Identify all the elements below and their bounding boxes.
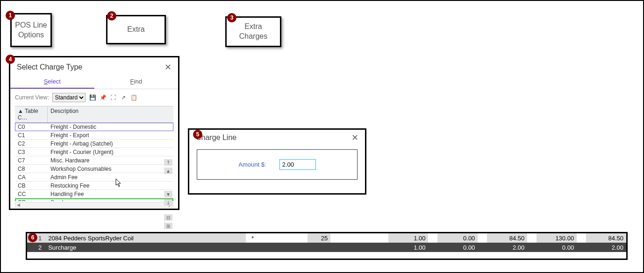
row-num1: 1.00 [388,243,429,252]
step-badge-4: 4 [6,55,15,64]
cell-code: C0 [15,123,48,131]
pin-icon[interactable]: 📌 [100,94,106,101]
scroll-bottom-icon[interactable]: ⤓ [164,199,172,206]
cell-description: Workshop Consumables [48,165,173,173]
tab-underlined-letter: S [44,78,48,85]
table-row[interactable]: 2 Surcharge 1.00 0.00 2.00 0.00 2.00 [27,243,626,252]
cell-code: C2 [15,140,48,147]
table-row[interactable]: CDSurcharge [15,198,173,201]
cell-description: Freight - Courier (Urgent) [48,148,173,156]
table-row[interactable]: CBRestocking Fee [15,182,173,190]
cell-description: Freight - Airbag (Satchel) [48,140,173,147]
extra-button[interactable]: Extra [106,15,166,44]
cell-description: Freight - Domestic [48,123,173,131]
cell-description: Restocking Fee [48,182,173,189]
amount-input[interactable] [279,159,316,170]
save-icon[interactable]: 💾 [89,94,96,101]
pos-line-options-button[interactable]: POS Line Options [10,13,52,47]
tab-underlined-letter: F [130,78,134,85]
close-icon[interactable]: ✕ [351,133,358,143]
table-row[interactable]: 1 2084 Pedders SportsRyder Coil * 25 1.0… [27,233,626,243]
table-row[interactable]: C3Freight - Courier (Urgent) [15,148,173,156]
dialog-title: Select Charge Type [17,63,82,71]
horizontal-scrollbar[interactable]: ◀ ▶ [15,202,173,208]
table-row[interactable]: CCHandling Fee [15,190,173,198]
current-view-label: Current View: [15,94,49,101]
collapse-icon[interactable]: ⊟ [164,214,172,221]
row-description: 2084 Pedders SportsRyder Coil [46,233,246,243]
step-badge-2: 2 [107,11,116,21]
col-header-code[interactable]: ▲ Table C… [15,106,48,122]
table-row[interactable]: C7Misc. Hardware [15,156,173,165]
step-badge-6: 6 [28,233,37,242]
scroll-down-icon[interactable]: ▼ [164,191,172,197]
row-num2: 0.00 [437,233,478,243]
table-row[interactable]: CAAdmin Fee [15,173,173,182]
row-num2: 0.00 [437,243,478,252]
row-num5: 84.50 [586,233,626,243]
col-header-description[interactable]: Description [48,106,173,122]
amount-label: Amount $: [238,161,266,168]
table-row[interactable]: C1Freight - Export [15,131,173,140]
expand-icon[interactable]: ⊞ [164,223,172,229]
row-num1: 1.00 [388,233,429,243]
current-view-select[interactable]: Standard [52,93,86,102]
cell-code: C3 [15,148,48,156]
table-row[interactable]: C2Freight - Airbag (Satchel) [15,140,173,148]
cell-code: C7 [15,156,48,164]
scroll-top-icon[interactable]: ⤒ [164,159,172,166]
popout-icon[interactable]: ↗ [120,94,127,101]
vertical-scrollbar[interactable]: ⤒ ▲ ▼ ⤓ ⊟ ⊞ [164,159,172,241]
cell-code: C1 [15,131,48,139]
cell-description: Surcharge [48,198,173,201]
cell-code: C8 [15,165,48,173]
row-num3: 2.00 [487,243,527,252]
row-num4: 0.00 [537,243,577,252]
line-items-table: 1 2084 Pedders SportsRyder Coil * 25 1.0… [26,232,628,260]
step-badge-3: 3 [227,13,236,22]
cell-description: Admin Fee [48,173,173,181]
row-index: 2 [27,243,46,252]
row-qty [308,243,330,252]
step-badge-1: 1 [6,11,15,20]
table-row[interactable]: C0Freight - Domestic [15,123,173,131]
charge-line-dialog: Charge Line ✕ Amount $: [188,128,366,195]
row-num4: 130.00 [537,233,577,243]
scroll-track[interactable] [164,176,172,189]
grid: ▲ Table C… Description C0Freight - Domes… [10,106,178,210]
tab-select[interactable]: Select [10,75,94,89]
tab-bar: Select Find [10,75,178,89]
close-icon[interactable]: ✕ [165,62,172,72]
cell-description: Misc. Hardware [48,156,173,164]
row-num3: 84.50 [487,233,527,243]
expand-icon[interactable]: ⛶ [110,94,116,101]
cell-code: CC [15,190,48,198]
copy-icon[interactable]: 📋 [130,94,137,101]
toolbar: Current View: Standard 💾 📌 ⛶ ↗ 📋 [10,89,178,106]
select-charge-type-dialog: Select Charge Type ✕ Select Find Current… [9,56,179,210]
row-flag: * [246,235,259,242]
grid-header: ▲ Table C… Description [15,106,173,123]
tab-find[interactable]: Find [94,75,179,89]
cell-description: Freight - Export [48,131,173,139]
cell-description: Handling Fee [48,190,173,198]
scroll-up-icon[interactable]: ▲ [164,168,172,174]
scroll-left-icon[interactable]: ◀ [15,203,21,207]
row-description: Surcharge [46,243,246,252]
step-badge-5: 5 [193,130,202,139]
dialog-body: Amount $: [197,149,358,180]
row-qty: 25 [308,233,330,243]
cell-code: CA [15,173,48,181]
cell-code: CB [15,182,48,189]
table-row[interactable]: C8Workshop Consumables [15,165,173,173]
row-num5: 2.00 [586,243,626,252]
cell-code: CD [15,198,48,201]
